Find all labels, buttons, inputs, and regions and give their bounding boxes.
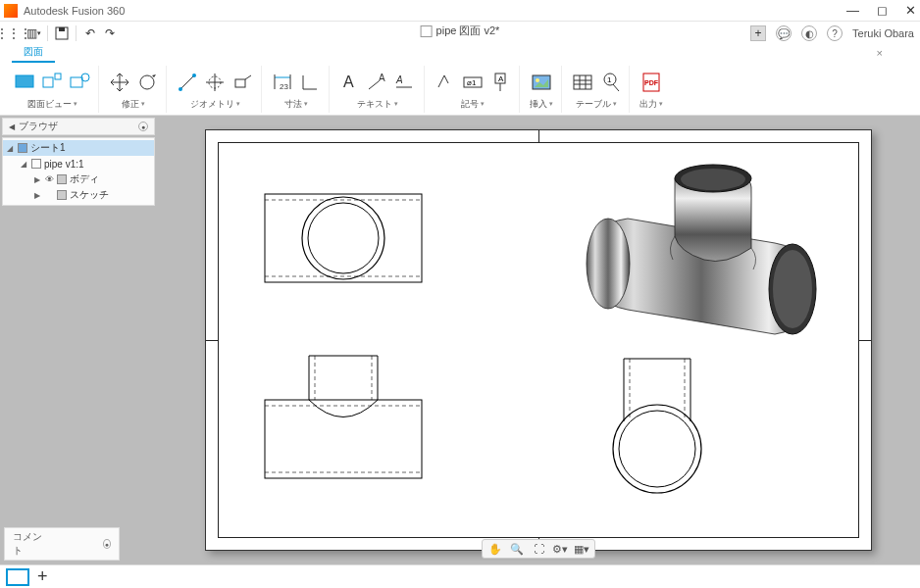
minimize-button[interactable]: — — [846, 3, 859, 18]
tab-drawing[interactable]: 図面 — [12, 43, 55, 63]
ribbon-label-geometry[interactable]: ジオメトリ — [190, 98, 240, 111]
document-tab[interactable]: pipe 図面 v2* — [421, 24, 500, 38]
svg-rect-6 — [71, 77, 82, 87]
title-bar: Autodesk Fusion 360 — ◻ ✕ — [0, 0, 920, 22]
tree-item-sketches[interactable]: ▶ スケッチ — [3, 187, 154, 203]
svg-rect-15 — [235, 79, 245, 87]
surface-texture-icon[interactable] — [434, 72, 456, 93]
rotate-icon[interactable] — [136, 72, 158, 93]
app-menu-icon[interactable]: ⋮⋮⋮ — [6, 25, 22, 41]
redo-icon[interactable]: ↷ — [102, 25, 118, 41]
tree-label: スケッチ — [70, 188, 109, 202]
document-tab-close[interactable]: × — [877, 47, 883, 59]
tree-item-bodies[interactable]: ▶👁 ボディ — [3, 172, 154, 187]
tree-label: pipe v1:1 — [44, 159, 84, 170]
drawing-sheet[interactable] — [205, 129, 872, 551]
extensions-icon[interactable]: ◐ — [801, 25, 817, 41]
feature-control-icon[interactable]: ⌀1 — [462, 72, 484, 93]
svg-point-69 — [681, 169, 745, 190]
comment-panel[interactable]: コメント ● — [4, 527, 120, 561]
browser-tree: ◢ シート1 ◢ pipe v1:1 ▶👁 ボディ ▶ スケッチ — [2, 137, 155, 206]
svg-text:A: A — [395, 74, 403, 85]
ribbon-label-modify[interactable]: 修正 — [122, 98, 145, 111]
undo-icon[interactable]: ↶ — [82, 25, 98, 41]
ribbon-label-output[interactable]: 出力 — [639, 98, 663, 111]
view-side[interactable] — [588, 351, 726, 500]
sheet-icon — [421, 25, 433, 37]
leader-text-icon[interactable]: A — [367, 72, 388, 93]
move-icon[interactable] — [109, 72, 130, 93]
tree-item-component[interactable]: ◢ pipe v1:1 — [3, 156, 154, 172]
svg-text:PDF: PDF — [644, 79, 659, 86]
svg-line-9 — [180, 75, 194, 89]
svg-text:A: A — [379, 73, 385, 83]
svg-rect-5 — [55, 74, 61, 79]
zoom-fit-icon[interactable]: ⛶ — [532, 542, 545, 556]
browser-settings-icon[interactable]: ● — [138, 122, 148, 131]
dimension-icon[interactable]: 23 — [272, 72, 293, 93]
ribbon-label-views[interactable]: 図面ビュー — [27, 98, 77, 111]
sheet-thumbnail[interactable] — [6, 568, 29, 586]
projected-view-icon[interactable] — [41, 72, 63, 93]
drawing-canvas[interactable]: ✋ 🔍 ⛶ ⚙▾ ▦▾ — [157, 116, 920, 564]
add-sheet-button[interactable]: + — [37, 566, 48, 587]
svg-text:A: A — [343, 74, 354, 90]
document-tab-label: pipe 図面 v2* — [436, 24, 500, 38]
pdf-export-icon[interactable]: PDF — [640, 72, 662, 93]
text-icon[interactable]: A — [339, 72, 361, 93]
ordinate-icon[interactable] — [299, 72, 321, 93]
center-mark-icon[interactable] — [204, 72, 226, 93]
svg-text:A: A — [498, 74, 504, 83]
pan-icon[interactable]: ✋ — [488, 542, 502, 556]
zoom-window-icon[interactable]: 🔍 — [510, 542, 524, 556]
ribbon: 図面ビュー 修正 ジオメトリ 23 寸法 A A A テキスト — [0, 63, 920, 116]
centerline-icon[interactable] — [177, 72, 198, 93]
svg-point-58 — [613, 405, 701, 493]
tree-item-sheet[interactable]: ◢ シート1 — [3, 140, 154, 156]
svg-line-25 — [369, 81, 379, 89]
note-icon[interactable]: A — [394, 72, 416, 93]
balloon-icon[interactable]: 1 — [599, 72, 621, 93]
app-icon — [4, 4, 18, 18]
view-isometric[interactable] — [559, 150, 843, 358]
help-icon[interactable]: ? — [827, 25, 843, 41]
base-view-icon[interactable] — [14, 72, 35, 93]
ribbon-group-modify: 修正 — [101, 66, 167, 113]
svg-text:⌀1: ⌀1 — [467, 78, 477, 87]
new-design-icon[interactable]: + — [750, 25, 766, 41]
file-menu-icon[interactable]: ▥▾ — [26, 25, 41, 41]
edge-extension-icon[interactable] — [231, 72, 253, 93]
image-icon[interactable] — [531, 72, 552, 93]
view-controls: ✋ 🔍 ⛶ ⚙▾ ▦▾ — [482, 539, 595, 559]
comment-icon[interactable]: 💬 — [776, 25, 792, 41]
svg-rect-45 — [265, 194, 422, 282]
ribbon-group-text: A A A テキスト — [332, 66, 425, 113]
svg-line-42 — [613, 84, 619, 91]
browser-header[interactable]: ◀ ブラウザ ● — [2, 118, 155, 135]
table-icon[interactable] — [572, 72, 593, 93]
ribbon-label-symbols[interactable]: 記号 — [461, 98, 485, 111]
save-icon[interactable] — [54, 25, 70, 41]
svg-point-59 — [619, 411, 695, 487]
ribbon-label-insert[interactable]: 挿入 — [530, 98, 553, 111]
datum-icon[interactable]: A — [489, 72, 511, 93]
comment-settings-icon[interactable]: ● — [103, 539, 111, 549]
maximize-button[interactable]: ◻ — [877, 3, 888, 18]
user-name[interactable]: Teruki Obara — [852, 27, 914, 39]
browser-title: ブラウザ — [19, 120, 58, 133]
tree-label: ボディ — [70, 172, 99, 186]
ribbon-label-text[interactable]: テキスト — [357, 98, 398, 111]
svg-point-48 — [302, 197, 384, 279]
grid-icon[interactable]: ▦▾ — [575, 542, 588, 556]
ribbon-group-dimension: 23 寸法 — [264, 66, 330, 113]
visibility-eye-icon[interactable]: 👁 — [45, 174, 54, 184]
header-right-tools: + 💬 ◐ ? Teruki Obara — [750, 25, 914, 41]
close-button[interactable]: ✕ — [905, 3, 916, 18]
ribbon-group-insert: 挿入 — [522, 66, 562, 113]
view-front[interactable] — [255, 184, 432, 294]
display-settings-icon[interactable]: ⚙▾ — [553, 542, 567, 556]
ribbon-label-tables[interactable]: テーブル — [576, 98, 617, 111]
ribbon-label-dimension[interactable]: 寸法 — [284, 98, 308, 111]
view-top[interactable] — [255, 351, 432, 490]
detail-view-icon[interactable] — [69, 72, 90, 93]
